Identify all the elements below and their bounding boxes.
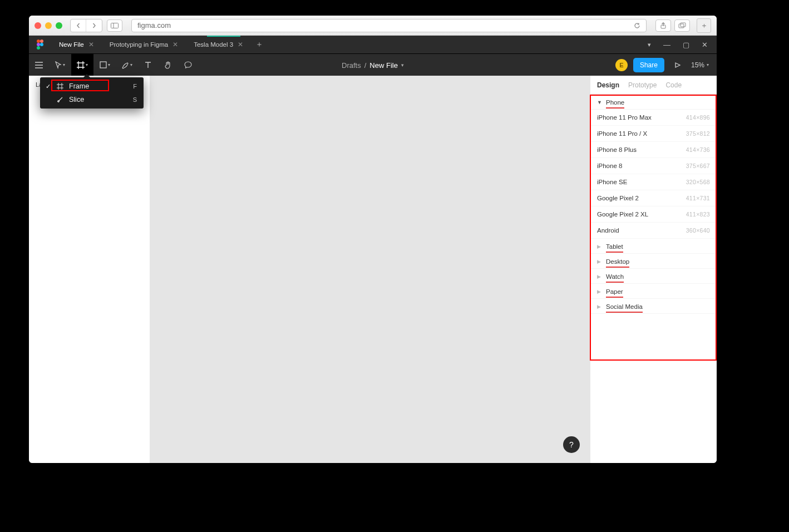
frame-preset[interactable]: iPhone 8 Plus414×736 — [590, 142, 717, 158]
forward-button[interactable] — [86, 19, 102, 32]
text-tool[interactable] — [138, 54, 158, 76]
tab-code[interactable]: Code — [665, 81, 682, 89]
slice-icon — [56, 96, 65, 103]
shape-tool[interactable]: ▾ — [93, 54, 116, 76]
preset-section-label: Tablet — [606, 243, 623, 250]
minimize-icon[interactable]: — — [663, 41, 670, 49]
close-icon[interactable]: ✕ — [88, 41, 94, 48]
frame-preset-name: Google Pixel 2 — [597, 195, 639, 201]
frame-preset-list[interactable]: ▼PhoneiPhone 11 Pro Max414×896iPhone 11 … — [590, 95, 717, 463]
preset-section-header[interactable]: ▼Phone — [590, 95, 717, 110]
frame-preset-name: iPhone 8 — [597, 162, 622, 169]
chevron-down-icon: ▾ — [63, 62, 65, 67]
chevron-right-icon: ▶ — [597, 274, 603, 279]
frame-preset-dimensions: 375×812 — [686, 130, 710, 137]
breadcrumb-file: New File — [369, 61, 398, 69]
minimize-window-icon[interactable] — [45, 22, 52, 29]
preset-section-header[interactable]: ▶Social Media — [590, 299, 717, 314]
frame-tool[interactable]: ▾ — [71, 54, 93, 76]
frame-preset[interactable]: iPhone SE320×568 — [590, 174, 717, 190]
frame-tool-dropdown[interactable]: ✓ Frame F Slice S — [40, 77, 144, 109]
close-window-icon[interactable] — [34, 22, 41, 29]
close-icon[interactable]: ✕ — [238, 41, 243, 48]
tabs-overview-icon[interactable] — [674, 19, 690, 32]
file-tab-label: Tesla Model 3 — [194, 41, 233, 48]
menu-item-shortcut: F — [133, 83, 137, 90]
check-icon: ✓ — [45, 83, 51, 90]
figma-logo-icon[interactable] — [29, 36, 51, 53]
canvas[interactable]: ? — [150, 76, 590, 463]
menu-item-label: Frame — [69, 82, 129, 90]
file-tab[interactable]: Tesla Model 3 ✕ — [186, 36, 251, 53]
frame-preset-dimensions: 375×667 — [686, 162, 710, 169]
frame-icon — [56, 83, 65, 90]
help-button[interactable]: ? — [563, 436, 580, 453]
share-button[interactable]: Share — [633, 58, 664, 72]
frame-preset[interactable]: Google Pixel 2 XL411×823 — [590, 206, 717, 223]
chevron-right-icon: ▶ — [597, 244, 603, 249]
hamburger-menu-icon[interactable] — [29, 54, 49, 76]
sidebar-toggle-icon[interactable] — [107, 19, 122, 32]
file-tab[interactable]: Prototyping in Figma ✕ — [102, 36, 186, 53]
frame-preset[interactable]: iPhone 11 Pro Max414×896 — [590, 110, 717, 126]
file-tab[interactable]: New File ✕ — [51, 36, 102, 53]
new-file-tab-button[interactable]: ＋ — [251, 36, 268, 53]
maximize-window-icon[interactable] — [56, 22, 62, 29]
chevron-down-icon: ▼ — [597, 100, 603, 105]
breadcrumb[interactable]: Drafts / New File ▾ — [342, 61, 404, 69]
right-panel-tabs: Design Prototype Code — [590, 76, 717, 95]
svg-point-5 — [37, 40, 40, 43]
frame-preset-dimensions: 414×896 — [686, 114, 710, 121]
preset-section-label: Desktop — [606, 258, 629, 265]
preset-section-header[interactable]: ▶Desktop — [590, 254, 717, 269]
menu-item-slice[interactable]: Slice S — [40, 93, 144, 106]
share-safari-icon[interactable] — [655, 19, 671, 32]
menu-item-label: Slice — [69, 96, 129, 104]
comment-tool[interactable] — [178, 54, 198, 76]
preset-section-header[interactable]: ▶Tablet — [590, 239, 717, 254]
svg-point-7 — [37, 43, 40, 46]
frame-preset-dimensions: 360×640 — [686, 227, 710, 234]
move-tool[interactable]: ▾ — [49, 54, 71, 76]
chevron-right-icon: ▶ — [597, 304, 603, 309]
avatar[interactable]: E — [615, 59, 628, 71]
file-tab-label: New File — [59, 41, 84, 48]
menu-item-shortcut: S — [133, 96, 137, 103]
frame-preset-name: Google Pixel 2 XL — [597, 211, 648, 218]
zoom-dropdown[interactable]: 15% ▾ — [691, 61, 709, 69]
new-tab-button[interactable]: ＋ — [697, 18, 711, 33]
pen-tool[interactable]: ▾ — [116, 54, 138, 76]
frame-preset-name: iPhone SE — [597, 179, 627, 185]
close-icon[interactable]: ✕ — [172, 41, 178, 48]
frame-preset-dimensions: 411×823 — [686, 211, 710, 218]
chevron-down-icon[interactable]: ▾ — [401, 62, 404, 68]
url-text: figma.com — [137, 21, 171, 29]
chevron-down-icon: ▾ — [707, 62, 709, 67]
preset-section-header[interactable]: ▶Watch — [590, 269, 717, 284]
preset-section-header[interactable]: ▶Paper — [590, 284, 717, 299]
menu-item-frame[interactable]: ✓ Frame F — [40, 80, 144, 93]
window-controls: ▾ — ▢ ✕ — [639, 36, 717, 53]
chevron-down-icon: ▾ — [86, 62, 88, 67]
frame-preset[interactable]: iPhone 11 Pro / X375×812 — [590, 126, 717, 142]
close-icon[interactable]: ✕ — [702, 41, 708, 49]
frame-preset-name: Android — [597, 227, 619, 234]
url-bar[interactable]: figma.com — [131, 19, 647, 32]
toolbar: ▾ ▾ ▾ ▾ — [29, 53, 717, 76]
frame-preset[interactable]: Google Pixel 2411×731 — [590, 190, 717, 206]
frame-preset[interactable]: Android360×640 — [590, 223, 717, 239]
hand-tool[interactable] — [158, 54, 178, 76]
breadcrumb-folder: Drafts — [342, 61, 361, 69]
frame-preset[interactable]: iPhone 8375×667 — [590, 158, 717, 174]
restore-icon[interactable]: ▢ — [683, 41, 689, 49]
svg-rect-4 — [680, 23, 686, 27]
svg-rect-17 — [100, 62, 106, 68]
tab-design[interactable]: Design — [597, 81, 619, 89]
chevron-down-icon[interactable]: ▾ — [648, 41, 651, 48]
chevron-down-icon: ▾ — [108, 62, 110, 67]
present-icon[interactable] — [670, 57, 686, 73]
back-button[interactable] — [71, 19, 86, 32]
reload-icon[interactable] — [634, 22, 640, 29]
tab-prototype[interactable]: Prototype — [628, 81, 657, 89]
layers-panel[interactable]: La — [29, 76, 150, 463]
